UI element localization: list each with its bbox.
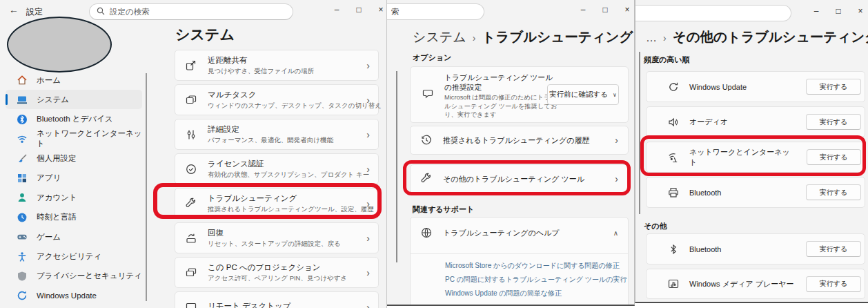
run-button-windows-update[interactable]: 実行する [806, 79, 861, 95]
privacy-security-icon [17, 271, 28, 282]
recovery-icon [185, 232, 197, 244]
sidebar-scrollbar[interactable] [146, 73, 147, 301]
search-placeholder: 設定の検索 [110, 7, 150, 17]
sidebar-item-windows-update[interactable]: Windows Update [6, 286, 142, 305]
troubleshoot-window: 索 – □ × システム › トラブルシューティング オプション トラブルシュー… [387, 0, 635, 306]
run-button-bluetooth[interactable]: 実行する [806, 241, 861, 257]
wrench-icon [420, 173, 433, 185]
help-globe-icon [420, 227, 433, 239]
page-title: システム [175, 25, 235, 44]
help-expander[interactable]: トラブルシューティングのヘルプ ∧ [411, 218, 628, 248]
troubleshooter-row-windows-update: Windows Update 実行する [646, 71, 865, 102]
back-button[interactable]: ← [9, 4, 19, 15]
troubleshooter-row-audio: オーディオ 実行する [646, 106, 865, 137]
minimize-button[interactable]: – [805, 4, 827, 18]
help-link-store[interactable]: Microsoft Store からのダウンロードに関する問題の修正 [445, 259, 627, 273]
breadcrumb-parent[interactable]: システム [413, 28, 466, 46]
sidebar-item-accounts[interactable]: アカウント [6, 188, 142, 207]
settings-window: ← 設定 設定の検索 – □ × ホーム システム Bluetooth とデバ [0, 0, 387, 308]
help-link-pc-troubleshooters[interactable]: PC の問題に対するトラブルシューティング ツールの実行 [445, 273, 627, 287]
history-icon [420, 134, 433, 146]
sidebar-item-apps[interactable]: アプリ [6, 169, 142, 188]
troubleshooter-row-printer: Bluetooth 実行する [646, 177, 865, 208]
settings-row-remote-desktop[interactable]: リモート デスクトップ › [175, 291, 379, 308]
settings-row-projection[interactable]: この PC へのプロジェクションアクセス許可、ペアリング PIN、見つけやすさ … [175, 257, 379, 288]
content-scrollbar[interactable] [639, 52, 640, 214]
settings-row-troubleshoot[interactable]: トラブルシューティング推奨されるトラブルシューティングツール、設定、履歴 › [175, 188, 379, 219]
run-button-printer[interactable]: 実行する [806, 184, 861, 200]
sidebar-item-gaming[interactable]: ゲーム [6, 227, 142, 247]
breadcrumb-current: その他のトラブルシューティング ツール [673, 28, 868, 46]
printer-icon [667, 186, 680, 199]
other-troubleshooters-row[interactable]: その他のトラブルシューティング ツール › [410, 164, 629, 193]
time-language-icon [17, 212, 28, 223]
chevron-right-icon: › [615, 135, 618, 146]
chevron-right-icon: › [366, 129, 370, 140]
breadcrumb-ellipsis[interactable]: … [646, 32, 657, 44]
app-title: 設定 [26, 6, 43, 18]
sidebar-item-time-language[interactable]: 時刻と言語 [6, 208, 142, 227]
settings-sidebar: ホーム システム Bluetooth とデバイス ネットワークとインターネット … [6, 70, 142, 306]
sidebar-item-bluetooth-devices[interactable]: Bluetooth とデバイス [6, 110, 142, 129]
close-button[interactable]: × [370, 3, 387, 17]
troubleshoot-history-row[interactable]: 推奨されるトラブルシューティングの履歴 › [410, 126, 629, 155]
sidebar-item-personalization[interactable]: 個人用設定 [6, 149, 142, 169]
multitasking-icon [185, 94, 197, 106]
section-label-other: その他 [644, 221, 667, 231]
sidebar-item-privacy-security[interactable]: プライバシーとセキュリティ [6, 267, 142, 286]
settings-row-advanced[interactable]: 詳細設定パフォーマンス、最適化、開発者向け機能 › [175, 119, 379, 150]
comment-icon [422, 88, 434, 100]
sidebar-item-system[interactable]: システム [6, 90, 142, 109]
advanced-settings-icon [185, 128, 197, 141]
chevron-right-icon: › [366, 302, 370, 308]
maximize-button[interactable]: □ [827, 4, 849, 18]
search-input-cropped[interactable] [635, 5, 791, 21]
audio-icon [667, 116, 680, 128]
chevron-right-icon: › [366, 95, 370, 106]
ask-before-running-dropdown[interactable]: 実行前に確認する ∨ [547, 84, 619, 105]
sidebar-item-home[interactable]: ホーム [6, 70, 142, 90]
help-link-windows-update[interactable]: Windows Update の問題の簡単な修正 [445, 287, 627, 300]
run-button-audio[interactable]: 実行する [806, 114, 861, 130]
update-refresh-icon [667, 81, 680, 93]
minimize-button[interactable]: – [326, 3, 348, 17]
settings-row-multitasking[interactable]: マルチタスクウィンドウのスナップ、デスクトップ、タスクの切り替え › [175, 84, 379, 115]
recommend-settings-card: トラブルシューティング ツールの推奨設定 Microsoft は問題の修正のため… [410, 66, 629, 123]
accounts-icon [17, 192, 28, 203]
bluetooth-devices-icon [17, 114, 28, 125]
settings-row-recovery[interactable]: 回復リセット、スタートアップの詳細設定、戻る › [175, 222, 379, 253]
nearby-share-icon [185, 59, 197, 72]
gaming-icon [17, 231, 28, 242]
run-button-media-player[interactable]: 実行する [806, 276, 861, 292]
help-links: Microsoft Store からのダウンロードに関する問題の修正 PC の問… [445, 259, 627, 300]
chevron-right-icon: › [473, 32, 476, 44]
bluetooth-icon [667, 243, 680, 256]
content-scrollbar[interactable] [396, 71, 397, 262]
settings-row-activation[interactable]: ライセンス認証有効化の状態、サブスクリプション、プロダクト キー › [175, 153, 379, 184]
personalization-icon [17, 153, 28, 164]
troubleshoot-icon [185, 198, 197, 210]
search-input[interactable]: 設定の検索 [89, 3, 293, 20]
network-signal-icon [667, 151, 680, 164]
recommend-card-description: Microsoft は問題の修正のためにトラブルシューティング ツールを推奨して… [444, 93, 563, 119]
close-button[interactable]: × [849, 4, 868, 18]
maximize-button[interactable]: □ [348, 3, 370, 17]
minimize-button[interactable]: – [572, 3, 594, 17]
maximize-button[interactable]: □ [594, 3, 616, 17]
chevron-down-icon: ∨ [613, 92, 617, 98]
search-input-cropped[interactable]: 索 [387, 3, 484, 20]
chevron-right-icon: › [663, 32, 667, 44]
close-button[interactable]: × [616, 3, 635, 17]
projection-icon [185, 267, 197, 279]
chevron-up-icon: ∧ [613, 229, 618, 237]
run-button-network-internet[interactable]: 実行する [807, 149, 861, 165]
chevron-right-icon: › [366, 267, 370, 278]
accessibility-icon [17, 251, 28, 262]
recommend-card-title: トラブルシューティング ツールの推奨設定 [444, 73, 555, 92]
chevron-right-icon: › [615, 173, 618, 184]
section-label-most-frequent: 頻度の高い順 [644, 55, 690, 65]
chevron-right-icon: › [366, 60, 370, 71]
settings-row-nearby-share[interactable]: 近距離共有見つけやすさ、受信ファイルの場所 › [175, 50, 379, 81]
sidebar-item-network-internet[interactable]: ネットワークとインターネット [6, 129, 142, 148]
sidebar-item-accessibility[interactable]: アクセシビリティ [6, 247, 142, 267]
